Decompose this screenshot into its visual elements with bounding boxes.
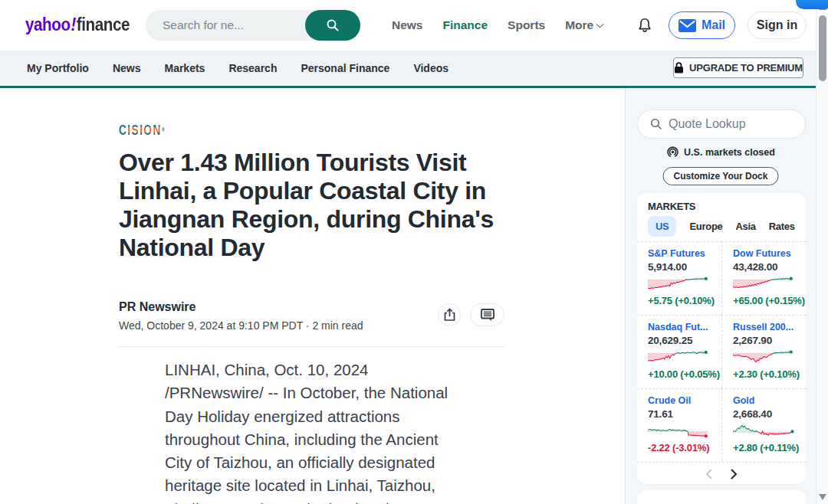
- ticker-sparkline: [733, 276, 794, 292]
- top-nav-finance[interactable]: Finance: [443, 18, 488, 32]
- ticker-name[interactable]: Dow Futures: [733, 248, 803, 259]
- ticker-price: 2,267.90: [733, 335, 803, 346]
- subnav-item-my-portfolio[interactable]: My Portfolio: [27, 62, 89, 74]
- logo-yahoo: yahoo: [25, 14, 71, 34]
- comment-icon: [481, 309, 495, 322]
- subnav-item-personal-finance[interactable]: Personal Finance: [301, 62, 389, 74]
- share-icon: [443, 308, 456, 322]
- market-status: U.S. markets closed: [626, 146, 816, 158]
- ticker-name[interactable]: S&P Futures: [648, 248, 718, 259]
- quote-search-icon: [650, 118, 662, 130]
- ticker-sparkline: [648, 276, 709, 292]
- markets-tabs: USEuropeAsiaRates: [648, 216, 806, 237]
- article-title-line: Over 1.43 Million Tourists Visit: [119, 149, 518, 177]
- top-nav-label: Finance: [443, 18, 488, 31]
- top-nav-news[interactable]: News: [392, 18, 423, 32]
- article: CISION® Over 1.43 Million Tourists Visit…: [119, 88, 548, 504]
- subnav-item-videos[interactable]: Videos: [413, 62, 449, 74]
- ticker-change: -2.22 (-3.01%): [648, 442, 718, 453]
- markets-tab-us[interactable]: US: [648, 216, 676, 237]
- pager-prev-icon[interactable]: [705, 469, 712, 479]
- scrollbar-thumb[interactable]: [819, 15, 826, 81]
- ticker-price: 2,668.40: [733, 408, 803, 420]
- ticker-price: 5,914.00: [648, 261, 718, 273]
- markets-tab-asia[interactable]: Asia: [735, 216, 755, 237]
- article-body-line: throughout China, including the Ancient: [165, 428, 548, 451]
- mail-label: Mail: [702, 18, 725, 32]
- top-nav-label: More: [565, 18, 593, 32]
- search-bar: [146, 10, 360, 41]
- top-nav-sports[interactable]: Sports: [508, 18, 545, 32]
- article-title: Over 1.43 Million Tourists VisitLinhai, …: [119, 149, 518, 262]
- share-button[interactable]: [438, 303, 461, 326]
- markets-pager: [637, 469, 806, 479]
- search-button[interactable]: [305, 10, 360, 41]
- article-title-line: National Day: [119, 234, 518, 262]
- notifications-bell-icon[interactable]: [636, 17, 653, 34]
- market-tile-dow-futures: Dow Futures43,428.00+65.00 (+0.15%): [721, 241, 806, 315]
- article-body-line: Day Holiday energized attractions: [165, 405, 548, 428]
- market-tile-russell-200: Russell 200...2,267.90+2.30 (+0.10%): [721, 315, 806, 388]
- byline-row: PR Newswire Wed, October 9, 2024 at 9:10…: [119, 300, 504, 332]
- upgrade-premium-label: UPGRADE TO PREMIUM: [689, 62, 803, 74]
- market-tile-crude-oil: Crude Oil71.61-2.22 (-3.01%): [637, 388, 721, 462]
- subnav-items: My PortfolioNewsMarketsResearchPersonal …: [27, 51, 449, 86]
- subnav-item-news[interactable]: News: [113, 62, 141, 74]
- article-body-line: Zhejiang province. The landmark saw a: [165, 498, 548, 504]
- ticker-change: +2.30 (+0.10%): [733, 368, 803, 380]
- ticker-price: 20,629.25: [648, 335, 718, 346]
- quote-lookup-input[interactable]: [669, 117, 791, 131]
- ticker-name[interactable]: Russell 200...: [733, 322, 803, 332]
- top-nav: NewsFinanceSportsMore: [392, 0, 603, 51]
- subnav-item-markets[interactable]: Markets: [164, 62, 205, 74]
- ticker-name[interactable]: Nasdaq Fut...: [648, 322, 718, 332]
- mail-icon: [678, 19, 696, 32]
- markets-heading: MARKETS: [648, 201, 806, 212]
- ticker-sparkline: [733, 423, 794, 439]
- article-main: CISION® Over 1.43 Million Tourists Visit…: [0, 88, 625, 504]
- article-body-line: City of Taizhou, an officially designate…: [165, 451, 548, 474]
- comments-button[interactable]: [470, 303, 504, 326]
- upgrade-premium-button[interactable]: UPGRADE TO PREMIUM: [673, 57, 803, 78]
- market-tile-s-p-futures: S&P Futures5,914.00+5.75 (+0.10%): [637, 241, 721, 315]
- blue-cutoff-element: [796, 0, 828, 9]
- markets-card: MARKETS USEuropeAsiaRates S&P Futures5,9…: [637, 193, 806, 484]
- ticker-sparkline: [648, 423, 709, 439]
- markets-tiles: S&P Futures5,914.00+5.75 (+0.10%)Dow Fut…: [637, 241, 806, 463]
- customize-dock-button[interactable]: Customize Your Dock: [663, 167, 779, 185]
- yahoo-finance-logo[interactable]: yahoo!finance: [25, 14, 130, 35]
- ticker-price: 71.61: [648, 408, 718, 420]
- top-nav-more[interactable]: More: [565, 18, 603, 32]
- top-header: yahoo!finance NewsFinanceSportsMore Mail…: [0, 0, 816, 51]
- article-title-line: Jiangnan Region, during China's: [119, 205, 518, 234]
- ticker-name[interactable]: Crude Oil: [648, 395, 718, 406]
- cision-logo[interactable]: CISION®: [119, 123, 165, 136]
- top-nav-label: Sports: [508, 18, 545, 31]
- scrollbar-down-arrow[interactable]: [819, 494, 826, 500]
- article-divider: [119, 346, 504, 347]
- top-nav-label: News: [392, 18, 423, 31]
- search-icon: [326, 18, 340, 32]
- pager-next-icon[interactable]: [731, 469, 738, 479]
- search-input[interactable]: [163, 10, 301, 41]
- sign-in-button[interactable]: Sign in: [748, 11, 807, 39]
- markets-tab-europe[interactable]: Europe: [689, 216, 722, 237]
- logo-finance: finance: [77, 14, 130, 34]
- market-tile-gold: Gold2,668.40+2.80 (+0.11%): [721, 388, 806, 462]
- page-scrollbar[interactable]: [816, 0, 828, 504]
- ticker-change: +10.00 (+0.05%): [648, 368, 718, 380]
- finance-subnav: My PortfolioNewsMarketsResearchPersonal …: [0, 51, 816, 88]
- ticker-change: +65.00 (+0.15%): [733, 295, 803, 306]
- ticker-name[interactable]: Gold: [733, 395, 803, 406]
- ticker-change: +5.75 (+0.10%): [648, 295, 718, 306]
- ticker-change: +2.80 (+0.11%): [733, 442, 803, 453]
- ticker-sparkline: [733, 349, 794, 365]
- article-body-line: heritage site located in Linhai, Taizhou…: [165, 474, 548, 497]
- quote-lookup: [637, 110, 806, 139]
- markets-tab-rates[interactable]: Rates: [769, 216, 795, 237]
- right-sidebar: U.S. markets closed Customize Your Dock …: [625, 88, 816, 504]
- logo-exclamation: !: [71, 14, 76, 34]
- mail-button[interactable]: Mail: [669, 11, 735, 39]
- ticker-price: 43,428.00: [733, 261, 803, 273]
- subnav-item-research[interactable]: Research: [228, 62, 277, 74]
